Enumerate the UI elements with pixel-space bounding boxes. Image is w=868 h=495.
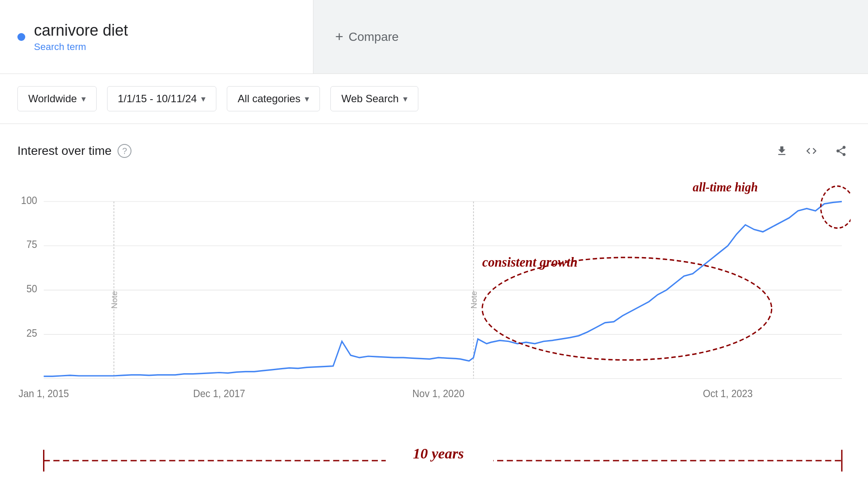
search-type-chevron-icon: ▾ <box>403 94 407 104</box>
header-area: carnivore diet Search term + Compare <box>0 0 868 74</box>
section-title: Interest over time ? <box>17 144 131 158</box>
svg-text:10 years: 10 years <box>413 445 464 462</box>
category-chevron-icon: ▾ <box>305 94 309 104</box>
search-term-label: Search term <box>34 41 128 53</box>
search-term-text: carnivore diet Search term <box>34 21 128 53</box>
main-content: Interest over time ? <box>0 124 868 491</box>
svg-text:Note: Note <box>110 291 118 309</box>
interest-over-time-title: Interest over time <box>17 144 111 158</box>
search-term-dot <box>17 33 25 41</box>
compare-button[interactable]: + Compare <box>335 29 399 45</box>
category-label: All categories <box>238 93 300 105</box>
region-label: Worldwide <box>28 93 77 105</box>
category-filter[interactable]: All categories ▾ <box>227 86 320 111</box>
embed-icon[interactable] <box>802 141 821 161</box>
svg-text:Oct 1, 2023: Oct 1, 2023 <box>703 388 753 400</box>
section-actions <box>772 141 851 161</box>
download-icon[interactable] <box>772 141 791 161</box>
date-range-label: 1/1/15 - 10/11/24 <box>118 93 197 105</box>
search-term-box: carnivore diet Search term <box>0 0 313 74</box>
chart-container: 100 75 50 25 Note Note Jan 1, 2015 Dec 1… <box>17 174 851 435</box>
search-type-filter[interactable]: Web Search ▾ <box>330 86 418 111</box>
interest-chart: 100 75 50 25 Note Note Jan 1, 2015 Dec 1… <box>17 174 851 435</box>
region-filter[interactable]: Worldwide ▾ <box>17 86 97 111</box>
svg-text:Dec 1, 2017: Dec 1, 2017 <box>193 388 245 400</box>
region-chevron-icon: ▾ <box>81 94 86 104</box>
date-range-filter[interactable]: 1/1/15 - 10/11/24 ▾ <box>107 86 216 111</box>
help-icon[interactable]: ? <box>118 144 131 158</box>
timeline-svg: 10 years 10 years <box>17 439 851 482</box>
svg-text:50: 50 <box>27 283 37 295</box>
compare-plus-icon: + <box>335 29 343 45</box>
svg-text:Note: Note <box>469 291 478 309</box>
search-term-name: carnivore diet <box>34 21 128 40</box>
filter-bar: Worldwide ▾ 1/1/15 - 10/11/24 ▾ All cate… <box>0 74 868 124</box>
svg-text:Jan 1, 2015: Jan 1, 2015 <box>19 388 69 400</box>
svg-text:75: 75 <box>27 239 37 251</box>
svg-text:25: 25 <box>27 327 37 339</box>
svg-text:100: 100 <box>21 194 37 206</box>
compare-box[interactable]: + Compare <box>313 0 868 74</box>
compare-label: Compare <box>349 30 399 44</box>
share-icon[interactable] <box>831 141 851 161</box>
date-chevron-icon: ▾ <box>201 94 205 104</box>
svg-text:Nov 1, 2020: Nov 1, 2020 <box>412 388 464 400</box>
timeline-indicator: 10 years 10 years <box>17 439 851 482</box>
section-header: Interest over time ? <box>17 141 851 161</box>
search-type-label: Web Search <box>341 93 399 105</box>
